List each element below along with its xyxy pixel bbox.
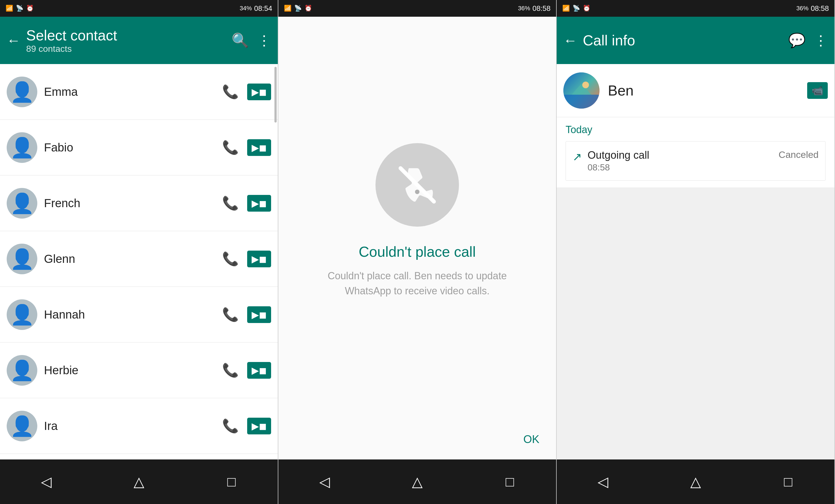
call-status-label: Canceled bbox=[778, 149, 819, 160]
signal-icon: 📡 bbox=[16, 5, 23, 12]
nav-back-p3[interactable]: ◁ bbox=[589, 473, 617, 490]
back-button-p1[interactable]: ← bbox=[7, 32, 21, 48]
contact-actions-ira: 📞 ▶◼ bbox=[222, 418, 271, 435]
avatar-icon-hannah: 👤 bbox=[10, 303, 34, 326]
alarm-icon-p3: ⏰ bbox=[583, 5, 590, 12]
svg-point-5 bbox=[582, 82, 589, 88]
avatar-ben bbox=[563, 73, 599, 108]
avatar-ira: 👤 bbox=[7, 411, 37, 441]
nav-home-p1[interactable]: △ bbox=[125, 473, 153, 490]
call-type-label: Outgoing call bbox=[588, 149, 773, 161]
time-p1: 08:54 bbox=[254, 4, 272, 13]
contact-list: 👤 Emma 📞 ▶◼ 👤 Fabio 📞 ▶◼ 👤 French bbox=[0, 64, 278, 460]
avatar-fabio: 👤 bbox=[7, 132, 37, 163]
chat-button-p3[interactable]: 💬 bbox=[788, 32, 806, 48]
call-info-contact-header: Ben 📹 bbox=[557, 64, 834, 117]
outgoing-call-arrow: ↗ bbox=[572, 150, 582, 163]
menu-button-p1[interactable]: ⋮ bbox=[257, 32, 271, 48]
contact-actions-hannah: 📞 ▶◼ bbox=[222, 306, 271, 323]
time-p2: 08:58 bbox=[532, 4, 551, 13]
call-icon-ira[interactable]: 📞 bbox=[222, 418, 239, 434]
back-button-p3[interactable]: ← bbox=[563, 32, 577, 48]
status-bar-right-panel1: 34% 08:54 bbox=[240, 4, 272, 13]
nav-back-p2[interactable]: ◁ bbox=[311, 473, 339, 490]
contact-name-hannah: Hannah bbox=[44, 308, 216, 321]
call-icon-fabio[interactable]: 📞 bbox=[222, 140, 239, 155]
nav-recents-p3[interactable]: □ bbox=[774, 473, 802, 490]
alarm-icon-p2: ⏰ bbox=[305, 5, 312, 12]
wifi-icon-p3: 📶 bbox=[562, 5, 570, 12]
bottom-nav-p1: ◁ △ □ bbox=[0, 460, 278, 504]
couldnt-place-call-panel: 📶 📡 ⏰ 36% 08:58 Couldn't place call Coul… bbox=[278, 0, 557, 504]
call-info-body bbox=[557, 187, 834, 460]
nav-back-p1[interactable]: ◁ bbox=[32, 473, 60, 490]
avatar-icon-herbie: 👤 bbox=[10, 359, 34, 382]
search-button-p1[interactable]: 🔍 bbox=[231, 32, 249, 48]
call-icon-glenn[interactable]: 📞 bbox=[222, 251, 239, 267]
error-title: Couldn't place call bbox=[359, 243, 476, 260]
ben-avatar-svg bbox=[563, 73, 599, 108]
call-icon-hannah[interactable]: 📞 bbox=[222, 307, 239, 322]
contact-item-french[interactable]: 👤 French 📞 ▶◼ bbox=[0, 176, 278, 231]
video-icon-french[interactable]: ▶◼ bbox=[247, 195, 271, 211]
video-camera-icon-ben: 📹 bbox=[812, 85, 823, 96]
avatar-icon-french: 👤 bbox=[10, 192, 34, 215]
phone-slash-svg bbox=[392, 160, 442, 210]
call-icon-emma[interactable]: 📞 bbox=[222, 84, 239, 100]
call-time-label: 08:58 bbox=[588, 162, 773, 173]
contact-actions-glenn: 📞 ▶◼ bbox=[222, 250, 271, 267]
contact-item-ira[interactable]: 👤 Ira 📞 ▶◼ bbox=[0, 398, 278, 454]
video-icon-hannah[interactable]: ▶◼ bbox=[247, 306, 271, 323]
wifi-icon: 📶 bbox=[5, 5, 13, 12]
contact-name-french: French bbox=[44, 197, 216, 210]
status-bar-panel1: 📶 📡 ⏰ 34% 08:54 bbox=[0, 0, 278, 17]
call-section: Today ↗ Outgoing call 08:58 Canceled bbox=[557, 117, 834, 187]
svg-rect-3 bbox=[563, 95, 599, 108]
avatar-hannah: 👤 bbox=[7, 299, 37, 330]
app-bar-select-contact: ← Select contact 89 contacts 🔍 ⋮ bbox=[0, 17, 278, 64]
call-icon-herbie[interactable]: 📞 bbox=[222, 363, 239, 378]
nav-recents-p2[interactable]: □ bbox=[496, 473, 524, 490]
contact-name-herbie: Herbie bbox=[44, 364, 216, 377]
title-group-p3: Call info bbox=[583, 32, 783, 49]
call-icon-french[interactable]: 📞 bbox=[222, 196, 239, 211]
status-bar-panel3: 📶 📡 ⏰ 36% 08:58 bbox=[557, 0, 834, 17]
contact-actions-herbie: 📞 ▶◼ bbox=[222, 362, 271, 379]
call-section-title: Today bbox=[566, 124, 826, 136]
status-bar-panel2: 📶 📡 ⏰ 36% 08:58 bbox=[278, 0, 556, 17]
wifi-icon-p2: 📶 bbox=[284, 5, 291, 12]
app-title-p1: Select contact bbox=[26, 27, 226, 44]
status-bar-left-panel1: 📶 📡 ⏰ bbox=[5, 5, 34, 12]
contact-item-hannah[interactable]: 👤 Hannah 📞 ▶◼ bbox=[0, 287, 278, 343]
video-icon-emma[interactable]: ▶◼ bbox=[247, 83, 271, 100]
video-icon-fabio[interactable]: ▶◼ bbox=[247, 139, 271, 156]
avatar-glenn: 👤 bbox=[7, 244, 37, 274]
app-subtitle-p1: 89 contacts bbox=[26, 44, 226, 54]
contact-item-glenn[interactable]: 👤 Glenn 📞 ▶◼ bbox=[0, 231, 278, 287]
avatar-icon-fabio: 👤 bbox=[10, 136, 34, 159]
battery-label-p1: 34% bbox=[240, 5, 252, 12]
bottom-nav-p3: ◁ △ □ bbox=[557, 460, 834, 504]
app-bar-icons-p3: 💬 ⋮ bbox=[788, 32, 828, 48]
menu-button-p3[interactable]: ⋮ bbox=[814, 32, 828, 48]
select-contact-panel: 📶 📡 ⏰ 34% 08:54 ← Select contact 89 cont… bbox=[0, 0, 278, 504]
nav-recents-p1[interactable]: □ bbox=[218, 473, 245, 490]
nav-home-p3[interactable]: △ bbox=[681, 473, 710, 490]
app-bar-call-info: ← Call info 💬 ⋮ bbox=[557, 17, 834, 64]
nav-home-p2[interactable]: △ bbox=[403, 473, 431, 490]
contact-actions-fabio: 📞 ▶◼ bbox=[222, 139, 271, 156]
contact-item-fabio[interactable]: 👤 Fabio 📞 ▶◼ bbox=[0, 120, 278, 176]
call-record: ↗ Outgoing call 08:58 Canceled bbox=[566, 141, 826, 181]
video-icon-ira[interactable]: ▶◼ bbox=[247, 418, 271, 435]
ok-button[interactable]: OK bbox=[518, 430, 545, 448]
contact-item-emma[interactable]: 👤 Emma 📞 ▶◼ bbox=[0, 64, 278, 120]
error-desc: Couldn't place call. Ben needs to update… bbox=[317, 268, 517, 299]
contact-name-ira: Ira bbox=[44, 419, 216, 433]
contact-item-herbie[interactable]: 👤 Herbie 📞 ▶◼ bbox=[0, 343, 278, 398]
video-call-button-ben[interactable]: 📹 bbox=[807, 82, 828, 99]
scroll-indicator-p1[interactable] bbox=[274, 67, 277, 122]
contact-name-ben: Ben bbox=[608, 82, 799, 99]
video-icon-glenn[interactable]: ▶◼ bbox=[247, 250, 271, 267]
alarm-icon: ⏰ bbox=[26, 5, 34, 12]
video-icon-herbie[interactable]: ▶◼ bbox=[247, 362, 271, 379]
